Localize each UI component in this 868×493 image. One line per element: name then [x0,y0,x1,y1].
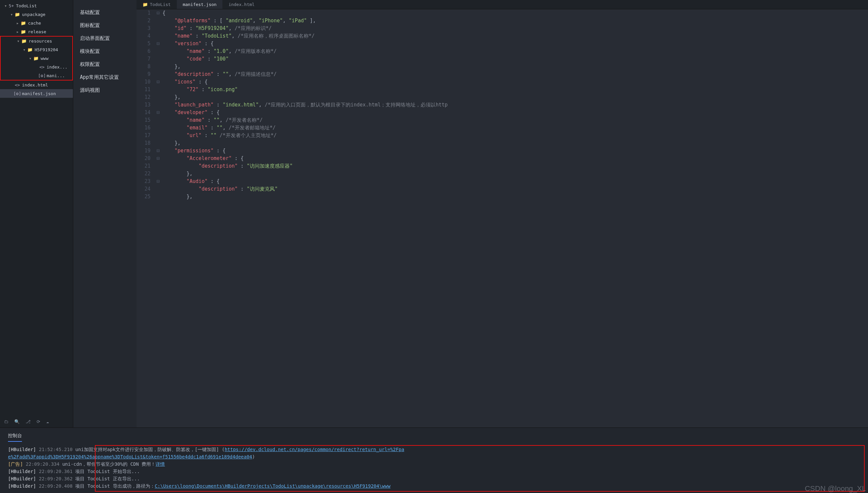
manifest-nav-item[interactable]: 启动界面配置 [73,32,137,45]
fold-toggle[interactable]: ⊟ [157,109,163,116]
fold-toggle[interactable]: ⊟ [157,178,163,185]
line-number: 6 [137,47,150,55]
tree-label: resources [29,39,52,44]
fold-toggle [157,55,163,63]
tree-item[interactable]: ▾5+TodoList [0,1,73,10]
code-line: "72" : "icon.png" [163,86,868,93]
file-icon: 📁 [15,12,20,17]
folder-move-icon[interactable]: 🗀 [4,419,8,424]
console-line: e%2Fadd%3Fappid%3DH5F919204%26appname%3D… [8,453,860,460]
fold-toggle[interactable]: ⊟ [157,78,163,86]
manifest-nav-item[interactable]: 权限配置 [73,58,137,71]
tab-icon: 📁 [143,2,148,7]
console-line: [HBuilder] 22:09:20.361 项目 TodoList 开始导出… [8,468,860,475]
code-editor[interactable]: 1234567891011121314151617181920212223242… [137,9,868,427]
line-number: 18 [137,140,150,147]
line-number: 25 [137,193,150,200]
fold-toggle [157,70,163,78]
line-number: 15 [137,116,150,124]
code-line: "name" : "TodoList", /*应用名称，程序桌面图标名称*/ [163,32,868,40]
line-number: 13 [137,101,150,109]
tree-label: mani... [47,73,65,78]
manifest-nav-item[interactable]: 图标配置 [73,19,137,32]
fold-toggle[interactable]: ⊟ [157,147,163,155]
console-line: [广告] 22:09:20.334 uni-cdn，帮你节省至少30%的 CDN… [8,460,860,468]
code-line: "id" : "H5F919204", /*应用的标识*/ [163,25,868,32]
log-link[interactable]: https://dev.dcloud.net.cn/pages/common/r… [225,447,404,452]
manifest-nav-item[interactable]: 源码视图 [73,84,137,97]
fold-toggle [157,140,163,147]
log-tag: [HBuilder] [8,469,36,474]
binoculars-icon[interactable]: 🔍 [14,419,20,424]
line-number: 22 [137,170,150,178]
cloud-icon[interactable]: ☁ [46,419,49,424]
editor-tab[interactable]: 📁TodoList [137,0,177,9]
log-timestamp: 22:09:20.361 [39,469,73,474]
tree-item[interactable]: ▸📁release [0,27,73,36]
line-number: 10 [137,78,150,86]
fold-toggle[interactable]: ⊟ [157,9,163,17]
fold-toggle[interactable]: ⊟ [157,155,163,162]
line-number: 12 [137,93,150,101]
branch-icon[interactable]: ⎇ [26,419,30,424]
tree-label: unpackage [22,12,45,17]
line-number: 1 [137,9,150,17]
chevron-icon: ▸ [15,29,20,34]
tree-label: cache [28,21,41,26]
log-link[interactable]: e%2Fadd%3Fappid%3DH5F919204%26appname%3D… [8,454,252,459]
chevron-icon: ▾ [3,3,8,8]
sync-icon[interactable]: ⟳ [37,419,40,424]
tree-item[interactable]: [⚙]manifest.json [0,89,73,98]
fold-toggle [157,93,163,101]
fold-toggle [157,86,163,93]
manifest-nav-item[interactable]: 模块配置 [73,45,137,58]
chevron-icon: ▾ [22,47,27,52]
tree-item[interactable]: <>index.html [0,81,73,89]
log-link[interactable]: C:\Users\loong\Documents\HBuilderProject… [155,484,391,489]
file-icon: <> [15,83,20,87]
tree-item[interactable]: ▸📁cache [0,19,73,27]
tree-item[interactable]: ▾📁H5F919204 [1,45,72,54]
line-number: 17 [137,132,150,140]
tree-item[interactable]: ▾📁www [1,54,72,63]
editor-tab[interactable]: index.html [222,0,261,9]
code-line: }, [163,193,868,200]
fold-toggle [157,193,163,200]
code-line: }, [163,140,868,147]
manifest-nav-item[interactable]: App常用其它设置 [73,71,137,84]
code-line: "description" : "访问加速度感应器" [163,162,868,170]
log-timestamp: 22:09:20.408 [39,484,73,489]
fold-toggle [157,132,163,140]
tree-item[interactable]: <>index... [1,63,72,71]
line-number: 5 [137,40,150,47]
log-tag: [HBuilder] [8,447,36,452]
chevron-icon: ▾ [9,12,14,17]
tab-label: manifest.json [183,2,217,7]
log-link[interactable]: 详情 [156,462,165,467]
code-line: "version" : { [163,40,868,47]
line-number: 2 [137,17,150,25]
tree-item[interactable]: ▾📁resources [1,37,72,45]
line-number: 11 [137,86,150,93]
line-number: 9 [137,70,150,78]
tree-item[interactable]: [⚙]mani... [1,71,72,80]
file-icon: 📁 [21,29,26,34]
line-number: 4 [137,32,150,40]
editor-tabs: 📁TodoListmanifest.jsonindex.html [137,0,868,9]
code-line: "name" : "1.0", /*应用版本名称*/ [163,47,868,55]
fold-toggle [157,47,163,55]
tree-label: TodoList [16,3,37,8]
console-tab[interactable]: 控制台 [8,432,22,442]
code-line: "permissions" : { [163,147,868,155]
editor-tab[interactable]: manifest.json [177,0,223,9]
console-panel: 控制台 [HBuilder] 21:52:45.210 uni加固支持对apk文… [0,427,868,493]
chevron-icon: ▾ [28,56,33,61]
log-tag: [广告] [8,462,23,467]
manifest-nav: 基础配置图标配置启动界面配置模块配置权限配置App常用其它设置源码视图 [73,0,137,427]
line-number: 19 [137,147,150,155]
manifest-nav-item[interactable]: 基础配置 [73,6,137,19]
fold-toggle[interactable]: ⊟ [157,40,163,47]
tree-item[interactable]: ▾📁unpackage [0,10,73,19]
code-line: "icons" : { [163,78,868,86]
sidebar-toolbar: 🗀 🔍 ⎇ ⟳ ☁ [0,416,73,427]
